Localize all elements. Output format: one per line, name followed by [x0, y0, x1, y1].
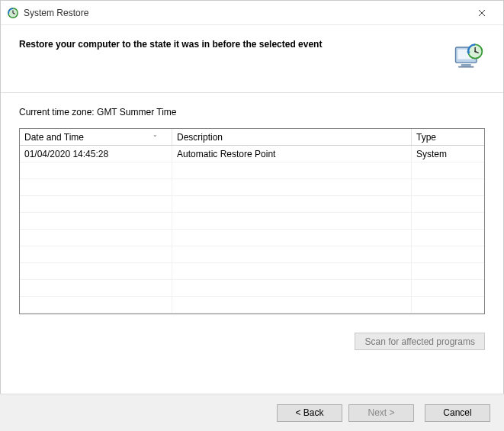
cancel-button[interactable]: Cancel [425, 404, 490, 422]
close-button[interactable] [467, 2, 497, 24]
restore-hero-icon [451, 39, 485, 72]
scan-affected-programs-button[interactable]: Scan for affected programs [355, 333, 485, 350]
table-row-empty [20, 213, 484, 230]
column-header-datetime[interactable]: Date and Time ⌄ [20, 129, 172, 145]
table-row-empty [20, 246, 484, 263]
wizard-header: Restore your computer to the state it wa… [1, 25, 503, 93]
titlebar: System Restore [1, 1, 503, 25]
svg-rect-6 [461, 64, 471, 66]
window-title: System Restore [24, 8, 467, 18]
table-row-empty [20, 196, 484, 213]
sort-indicator-icon: ⌄ [152, 131, 158, 138]
table-row-empty [20, 162, 484, 179]
wizard-content: Current time zone: GMT Summer Time Date … [1, 93, 503, 322]
table-row-empty [20, 179, 484, 196]
table-row-empty [20, 230, 484, 246]
table-body: 01/04/2020 14:45:28 Automatic Restore Po… [20, 146, 484, 314]
svg-point-12 [474, 50, 476, 52]
column-header-label: Type [416, 132, 436, 143]
next-button[interactable]: Next > [348, 404, 414, 422]
wizard-footer: < Back Next > Cancel [0, 394, 504, 431]
scan-row: Scan for affected programs [1, 322, 503, 350]
svg-rect-7 [458, 66, 474, 68]
cell-type: System [412, 146, 484, 162]
column-header-description[interactable]: Description [172, 129, 412, 145]
column-header-label: Date and Time [24, 132, 84, 143]
column-header-label: Description [177, 132, 223, 143]
cell-datetime: 01/04/2020 14:45:28 [20, 146, 172, 162]
timezone-label: Current time zone: GMT Summer Time [19, 107, 485, 117]
column-header-type[interactable]: Type [412, 129, 484, 145]
page-heading: Restore your computer to the state it wa… [19, 39, 451, 50]
table-row[interactable]: 01/04/2020 14:45:28 Automatic Restore Po… [20, 146, 484, 162]
cell-description: Automatic Restore Point [172, 146, 412, 162]
restore-points-table: Date and Time ⌄ Description Type 01/04/2… [19, 128, 485, 314]
table-row-empty [20, 263, 484, 280]
system-restore-icon [7, 7, 19, 19]
table-row-empty [20, 280, 484, 297]
back-button[interactable]: < Back [277, 404, 342, 422]
table-header: Date and Time ⌄ Description Type [20, 129, 484, 146]
table-row-empty [20, 297, 484, 314]
